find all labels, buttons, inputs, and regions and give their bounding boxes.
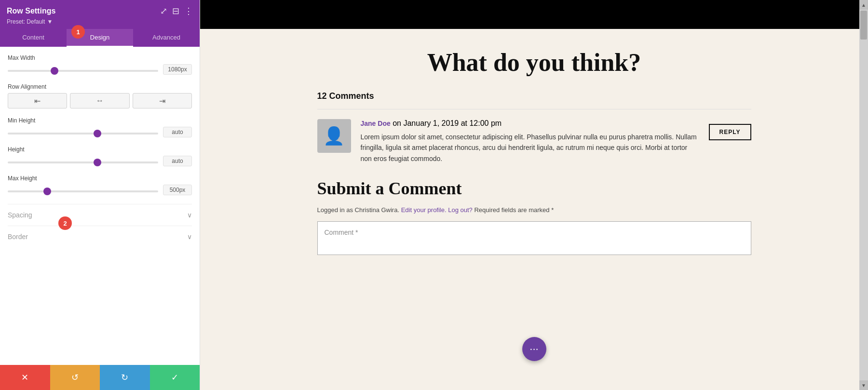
- submit-heading: Submit a Comment: [317, 178, 751, 199]
- height-control: Height auto: [8, 146, 192, 166]
- comment-date-prefix: on: [393, 119, 403, 127]
- row-alignment-label: Row Alignment: [8, 83, 192, 90]
- row-alignment-control: Row Alignment ⇤ ↔ ⇥: [8, 83, 192, 108]
- max-width-value[interactable]: 1080px: [163, 64, 192, 75]
- comment-meta: Jane Doe on January 1, 2019 at 12:00 pm: [361, 119, 699, 128]
- avatar-person-icon: 👤: [323, 126, 345, 146]
- max-height-label: Max Height: [8, 175, 192, 182]
- right-scrollbar: ▲ ▼: [859, 0, 868, 390]
- spacing-label: Spacing: [8, 211, 32, 219]
- scroll-thumb[interactable]: [860, 11, 867, 40]
- edit-profile-link[interactable]: Edit your profile.: [401, 206, 447, 214]
- border-label: Border: [8, 233, 28, 241]
- redo-button[interactable]: ↻: [100, 365, 150, 390]
- submit-section: Submit a Comment Logged in as Christina …: [317, 178, 751, 255]
- preset-arrow-icon[interactable]: ▼: [47, 18, 53, 25]
- comments-count: 12 Comments: [317, 91, 751, 109]
- logout-link[interactable]: Log out?: [448, 206, 473, 214]
- max-height-slider[interactable]: [8, 190, 158, 192]
- align-left-button[interactable]: ⇤: [8, 93, 67, 108]
- align-center-button[interactable]: ↔: [70, 93, 129, 108]
- fab-dots-icon: ···: [529, 343, 538, 355]
- avatar: 👤: [317, 119, 351, 153]
- confirm-icon: ✓: [171, 372, 178, 383]
- redo-icon: ↻: [121, 372, 128, 383]
- min-height-slider[interactable]: [8, 133, 158, 134]
- tab-advanced[interactable]: Advanced: [133, 29, 200, 47]
- badge-1: 1: [71, 25, 85, 39]
- max-height-value[interactable]: 500px: [163, 185, 192, 195]
- undo-button[interactable]: ↺: [50, 365, 100, 390]
- border-section[interactable]: Border ∨: [8, 226, 192, 247]
- comment-block: 👤 Jane Doe on January 1, 2019 at 12:00 p…: [317, 119, 751, 164]
- columns-icon[interactable]: ⊟: [172, 6, 179, 16]
- cancel-icon: ✕: [21, 372, 28, 383]
- cancel-button[interactable]: ✕: [0, 365, 50, 390]
- maximize-icon[interactable]: ⤢: [160, 6, 167, 16]
- bottom-bar: ✕ ↺ ↻ ✓: [0, 365, 200, 390]
- spacing-section[interactable]: Spacing ∨: [8, 204, 192, 226]
- spacing-chevron-icon: ∨: [187, 211, 192, 219]
- top-black-bar: [200, 0, 868, 29]
- content-area: What do you think? 12 Comments 👤 Jane Do…: [200, 29, 868, 390]
- comment-content: Jane Doe on January 1, 2019 at 12:00 pm …: [361, 119, 699, 164]
- min-height-value[interactable]: auto: [163, 127, 192, 137]
- fab-button[interactable]: ···: [522, 337, 546, 361]
- height-label: Height: [8, 146, 192, 153]
- undo-icon: ↺: [71, 372, 79, 383]
- max-height-control: Max Height 500px: [8, 175, 192, 195]
- reply-button[interactable]: REPLY: [709, 124, 751, 140]
- preset-label: Preset: Default: [7, 18, 45, 25]
- alignment-buttons: ⇤ ↔ ⇥: [8, 93, 192, 108]
- comment-textarea[interactable]: Comment *: [317, 221, 751, 255]
- scroll-up-button[interactable]: ▲: [859, 0, 868, 10]
- height-value[interactable]: auto: [163, 156, 192, 166]
- tabs-row: Content Design Advanced: [0, 29, 200, 47]
- align-right-button[interactable]: ⇥: [133, 93, 192, 108]
- min-height-control: Min Height auto: [8, 117, 192, 137]
- right-content: What do you think? 12 Comments 👤 Jane Do…: [200, 0, 868, 390]
- badge-2: 2: [58, 216, 72, 230]
- max-width-slider[interactable]: [8, 70, 158, 72]
- commenter-name: Jane Doe: [361, 120, 391, 127]
- align-left-icon: ⇤: [34, 96, 41, 106]
- scroll-down-button[interactable]: ▼: [859, 380, 868, 390]
- max-width-control: Max Width 1080px: [8, 54, 192, 75]
- align-right-icon: ⇥: [159, 96, 165, 106]
- border-chevron-icon: ∨: [187, 233, 192, 241]
- align-center-icon: ↔: [96, 96, 104, 105]
- height-slider[interactable]: [8, 161, 158, 163]
- comment-date: January 1, 2019 at 12:00 pm: [403, 119, 502, 127]
- confirm-button[interactable]: ✓: [150, 365, 200, 390]
- min-height-label: Min Height: [8, 117, 192, 124]
- max-width-label: Max Width: [8, 54, 192, 61]
- page-heading: What do you think?: [317, 48, 751, 77]
- more-icon[interactable]: ⋮: [184, 6, 193, 16]
- logged-in-text: Logged in as Christina Gwira. Edit your …: [317, 206, 751, 214]
- panel-title: Row Settings: [7, 7, 55, 15]
- comment-text: Lorem ipsum dolor sit amet, consectetur …: [361, 132, 699, 164]
- tab-content[interactable]: Content: [0, 29, 67, 47]
